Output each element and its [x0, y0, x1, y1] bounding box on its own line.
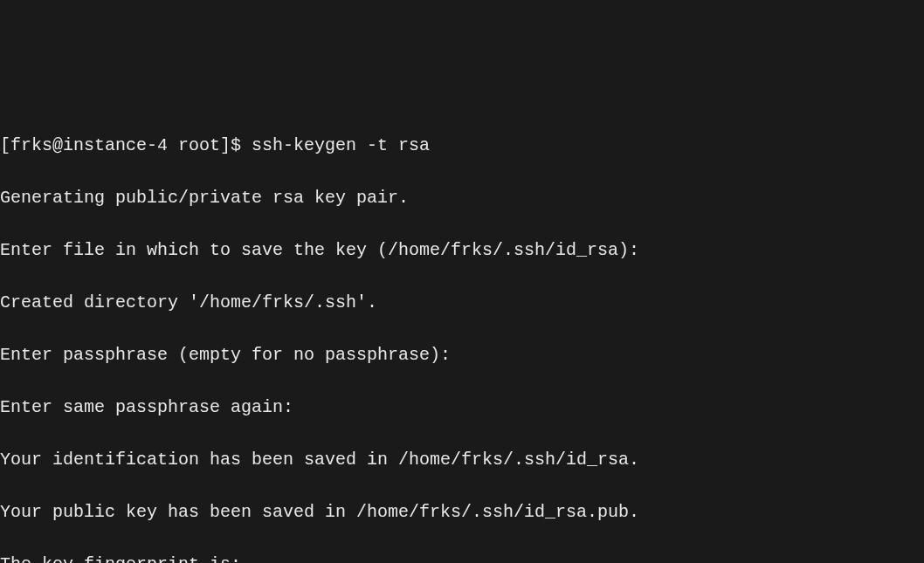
output-line: Enter file in which to save the key (/ho…: [0, 237, 924, 264]
command-line: [frks@instance-4 root]$ ssh-keygen -t rs…: [0, 133, 924, 159]
terminal-output[interactable]: [frks@instance-4 root]$ ssh-keygen -t rs…: [0, 105, 924, 563]
output-line: Created directory '/home/frks/.ssh'.: [0, 290, 924, 316]
output-line: Your identification has been saved in /h…: [0, 447, 924, 473]
output-line: The key fingerprint is:: [0, 552, 924, 563]
output-line: Generating public/private rsa key pair.: [0, 185, 924, 211]
output-line: Enter passphrase (empty for no passphras…: [0, 342, 924, 368]
output-line: Your public key has been saved in /home/…: [0, 499, 924, 525]
output-line: Enter same passphrase again:: [0, 395, 924, 421]
